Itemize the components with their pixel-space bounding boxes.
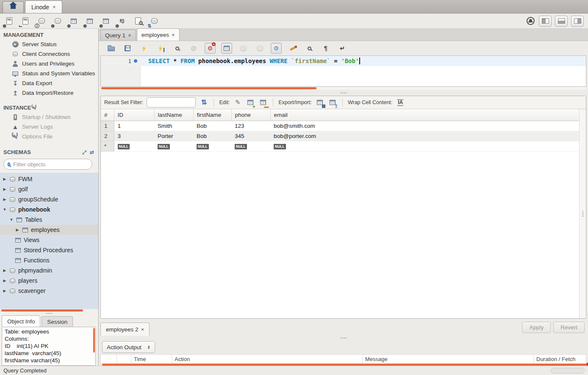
sql-code[interactable]: SELECT * FROM phonebook.employees WHERE …	[141, 56, 360, 66]
create-view-button[interactable]: ⊕	[85, 16, 95, 26]
tree-item-stored-procedures[interactable]: Stored Procedures	[0, 245, 98, 255]
stop-button[interactable]: ⊘	[188, 43, 199, 54]
null-badge[interactable]: NULL	[118, 144, 130, 149]
editor-horizontal-scrollbar[interactable]	[100, 87, 586, 90]
sidebar-item-status-variables[interactable]: Status and System Variables	[0, 69, 98, 78]
connection-tab[interactable]: Linode ×	[25, 0, 62, 13]
commit-button[interactable]: ✓	[238, 43, 249, 54]
output-splitter[interactable]	[99, 336, 588, 340]
new-sql-editor-button[interactable]: SQL⊕	[4, 16, 14, 26]
cell-phone[interactable]: 345	[231, 131, 270, 141]
reconnect-database-button[interactable]: ⇅	[149, 16, 159, 26]
save-script-button[interactable]	[122, 43, 133, 54]
execute-button[interactable]	[139, 43, 150, 54]
cell-email[interactable]: bob@porter.com	[270, 131, 579, 141]
wrap-text-toggle[interactable]: ↵	[337, 43, 348, 54]
tree-item-phpmyadmin[interactable]: ▶phpmyadmin	[0, 265, 98, 276]
col-header-firstname[interactable]: firstName	[193, 109, 231, 121]
tree-item-tables[interactable]: ▼Tables	[0, 215, 98, 225]
sidebar-item-users-privileges[interactable]: Users and Privileges	[0, 59, 98, 69]
cell-firstname[interactable]: Bob	[193, 131, 231, 141]
schema-filter-input[interactable]	[13, 161, 88, 168]
cell-email[interactable]: bob@smith.com	[270, 121, 579, 131]
cell-phone[interactable]: 123	[231, 121, 270, 131]
col-header-id[interactable]: ID	[114, 109, 154, 121]
find-button[interactable]	[304, 43, 315, 54]
col-header-phone[interactable]: phone	[231, 109, 270, 121]
tab-result-employees-2[interactable]: employees 2 ×	[100, 323, 150, 336]
search-table-data-button[interactable]	[133, 16, 143, 26]
sidebar-item-server-logs[interactable]: ▲Server Logs	[0, 122, 98, 132]
expand-icon[interactable]: ▶	[3, 289, 7, 293]
output-col-time[interactable]: Time	[131, 355, 172, 364]
output-col-message[interactable]: Message	[363, 355, 534, 364]
sidebar-item-server-status[interactable]: ▶Server Status	[0, 39, 98, 49]
cell-id[interactable]: 1	[114, 121, 154, 131]
col-header-rownum[interactable]: #	[101, 109, 114, 121]
result-grid[interactable]: # ID lastName firstName phone email 1	[101, 109, 579, 152]
wrap-cell-content-toggle[interactable]: ΙA	[396, 98, 405, 107]
add-row-button[interactable]: ＋	[246, 98, 255, 107]
close-icon[interactable]: ×	[141, 326, 144, 333]
editor-result-splitter[interactable]	[99, 90, 588, 96]
col-header-lastname[interactable]: lastName	[154, 109, 193, 121]
cell-id[interactable]: 3	[114, 131, 154, 141]
toggle-left-panel-button[interactable]	[539, 16, 552, 27]
expand-icon[interactable]: ▶	[3, 278, 7, 283]
apply-button[interactable]: Apply	[522, 322, 551, 333]
cell-firstname[interactable]: Bob	[193, 121, 231, 131]
stop-on-error-toggle[interactable]: ⚙×	[205, 43, 216, 54]
import-records-button[interactable]: ↥	[328, 98, 337, 107]
export-recordset-button[interactable]	[315, 98, 325, 107]
null-badge[interactable]: NULL	[158, 144, 170, 149]
tree-item-views[interactable]: Views	[0, 235, 98, 245]
cell-lastname[interactable]: Smith	[154, 121, 193, 131]
invisible-characters-toggle[interactable]: ¶	[320, 43, 331, 54]
tree-item-fwm[interactable]: ▶FWM	[0, 174, 98, 184]
sidebar-item-startup-shutdown[interactable]: Startup / Shutdown	[0, 112, 98, 122]
tree-item-functions[interactable]: Functions	[0, 255, 98, 265]
revert-button[interactable]: Revert	[553, 322, 585, 333]
beautify-button[interactable]	[287, 43, 298, 54]
sidebar-splitter[interactable]	[0, 312, 98, 315]
null-badge[interactable]: NULL	[197, 144, 209, 149]
bottom-scrollbar[interactable]	[551, 368, 585, 373]
delete-row-button[interactable]: ▬	[258, 98, 268, 107]
tree-item-phonebook[interactable]: ▼phonebook	[0, 204, 98, 215]
sql-editor[interactable]: 1 SELECT * FROM phonebook.employees WHER…	[100, 55, 586, 87]
sidebar-item-data-export[interactable]: ↧Data Export	[0, 78, 98, 88]
result-filter-input[interactable]	[147, 97, 196, 108]
sql-line-1[interactable]: 1 SELECT * FROM phonebook.employees WHER…	[101, 56, 586, 66]
tree-item-scavenger[interactable]: ▶scavenger	[0, 286, 98, 296]
schema-filter[interactable]	[3, 159, 92, 170]
expand-schemas-icon[interactable]: ⤢	[82, 150, 86, 155]
output-col-duration[interactable]: Duration / Fetch	[534, 355, 586, 364]
create-table-button[interactable]: ⊕	[69, 16, 79, 26]
toggle-bottom-panel-button[interactable]	[555, 16, 568, 27]
close-icon[interactable]: ×	[172, 32, 175, 38]
null-badge[interactable]: NULL	[235, 144, 247, 149]
home-tab[interactable]	[3, 1, 24, 13]
cell-lastname[interactable]: Porter	[154, 131, 193, 141]
sidebar-item-options-file[interactable]: Options File	[0, 132, 98, 141]
schema-inspector-button[interactable]: ⓘ	[36, 16, 47, 26]
tree-item-golf[interactable]: ▶golf	[0, 184, 98, 194]
close-icon[interactable]: ×	[128, 32, 131, 39]
explain-button[interactable]	[172, 43, 183, 54]
sidebar-item-client-connections[interactable]: Client Connections	[0, 49, 98, 59]
collapse-icon[interactable]: ▼	[3, 207, 7, 212]
null-badge[interactable]: NULL	[274, 144, 286, 149]
tree-item-groupschedule[interactable]: ▶groupSchedule	[0, 194, 98, 204]
tree-item-employees[interactable]: ▶employees	[0, 225, 98, 235]
tab-employees[interactable]: employees×	[137, 28, 180, 41]
refresh-schemas-icon[interactable]: ⇄	[90, 150, 94, 155]
tab-session[interactable]: Session	[42, 316, 73, 327]
expand-icon[interactable]: ▶	[3, 197, 7, 201]
limit-rows-toggle[interactable]	[221, 43, 232, 54]
expand-icon[interactable]: ▶	[15, 228, 19, 232]
open-sql-script-button[interactable]: SQL⌙	[20, 16, 31, 26]
autocommit-toggle[interactable]: ⚙	[271, 43, 282, 54]
output-col-action[interactable]: Action	[172, 355, 363, 364]
create-schema-button[interactable]: ⊕	[53, 16, 63, 26]
tab-query-1[interactable]: Query 1×	[100, 30, 136, 41]
